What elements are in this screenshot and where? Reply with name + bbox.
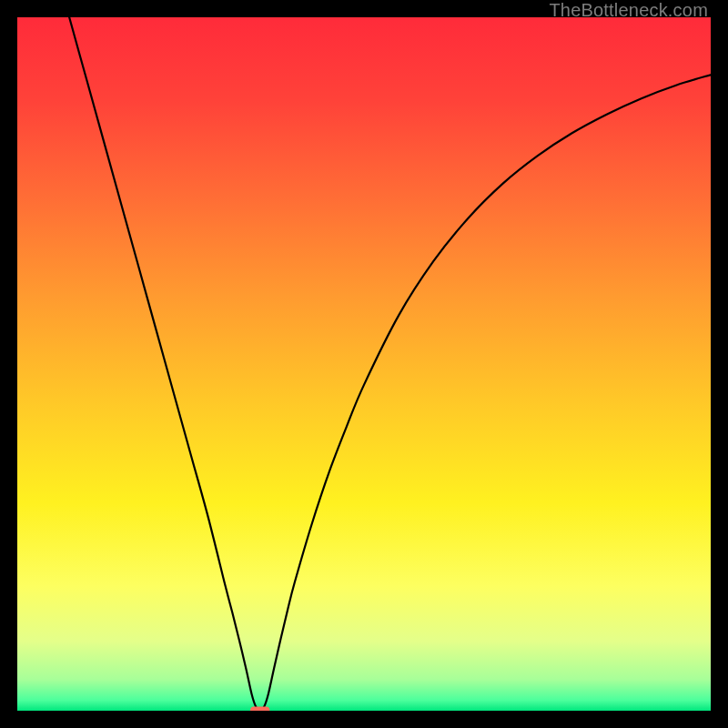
- bottleneck-marker: [250, 706, 269, 711]
- chart-background: [17, 17, 711, 711]
- bottleneck-chart: [17, 17, 711, 711]
- watermark-text: TheBottleneck.com: [549, 0, 708, 21]
- chart-frame: [17, 17, 711, 711]
